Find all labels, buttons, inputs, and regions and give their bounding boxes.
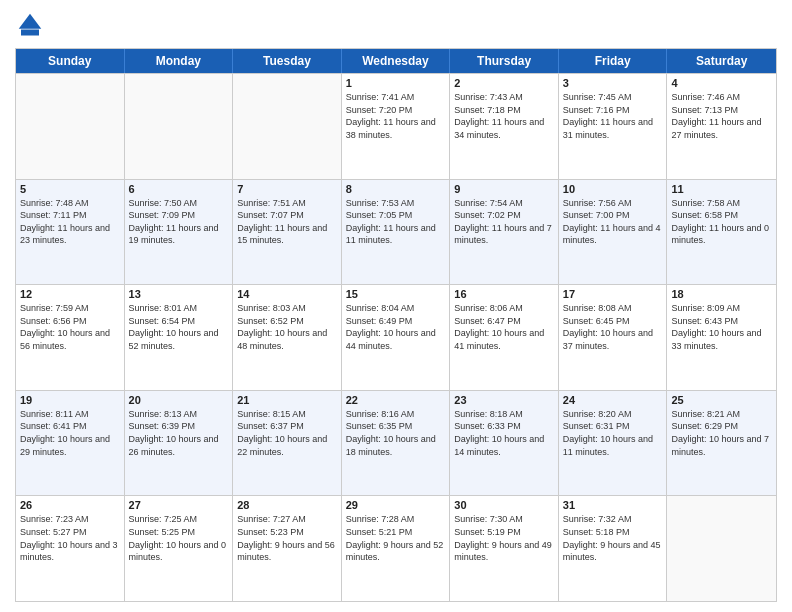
- day-cell-10: 10Sunrise: 7:56 AM Sunset: 7:00 PM Dayli…: [559, 180, 668, 285]
- day-number: 12: [20, 288, 120, 300]
- day-cell-9: 9Sunrise: 7:54 AM Sunset: 7:02 PM Daylig…: [450, 180, 559, 285]
- day-number: 13: [129, 288, 229, 300]
- day-cell-26: 26Sunrise: 7:23 AM Sunset: 5:27 PM Dayli…: [16, 496, 125, 601]
- day-number: 19: [20, 394, 120, 406]
- day-info: Sunrise: 8:20 AM Sunset: 6:31 PM Dayligh…: [563, 408, 663, 458]
- day-info: Sunrise: 7:25 AM Sunset: 5:25 PM Dayligh…: [129, 513, 229, 563]
- calendar-row: 5Sunrise: 7:48 AM Sunset: 7:11 PM Daylig…: [16, 179, 776, 285]
- day-info: Sunrise: 7:23 AM Sunset: 5:27 PM Dayligh…: [20, 513, 120, 563]
- page: SundayMondayTuesdayWednesdayThursdayFrid…: [0, 0, 792, 612]
- day-info: Sunrise: 7:41 AM Sunset: 7:20 PM Dayligh…: [346, 91, 446, 141]
- day-cell-17: 17Sunrise: 8:08 AM Sunset: 6:45 PM Dayli…: [559, 285, 668, 390]
- day-cell-7: 7Sunrise: 7:51 AM Sunset: 7:07 PM Daylig…: [233, 180, 342, 285]
- empty-cell: [667, 496, 776, 601]
- day-cell-13: 13Sunrise: 8:01 AM Sunset: 6:54 PM Dayli…: [125, 285, 234, 390]
- day-number: 16: [454, 288, 554, 300]
- day-cell-15: 15Sunrise: 8:04 AM Sunset: 6:49 PM Dayli…: [342, 285, 451, 390]
- day-number: 21: [237, 394, 337, 406]
- day-info: Sunrise: 8:04 AM Sunset: 6:49 PM Dayligh…: [346, 302, 446, 352]
- day-number: 30: [454, 499, 554, 511]
- day-number: 14: [237, 288, 337, 300]
- day-number: 27: [129, 499, 229, 511]
- day-number: 11: [671, 183, 772, 195]
- day-number: 8: [346, 183, 446, 195]
- calendar-body: 1Sunrise: 7:41 AM Sunset: 7:20 PM Daylig…: [16, 73, 776, 601]
- day-info: Sunrise: 8:03 AM Sunset: 6:52 PM Dayligh…: [237, 302, 337, 352]
- day-info: Sunrise: 7:32 AM Sunset: 5:18 PM Dayligh…: [563, 513, 663, 563]
- day-number: 2: [454, 77, 554, 89]
- day-number: 20: [129, 394, 229, 406]
- calendar-header: SundayMondayTuesdayWednesdayThursdayFrid…: [16, 49, 776, 73]
- day-info: Sunrise: 8:21 AM Sunset: 6:29 PM Dayligh…: [671, 408, 772, 458]
- day-info: Sunrise: 7:48 AM Sunset: 7:11 PM Dayligh…: [20, 197, 120, 247]
- logo-icon: [15, 10, 45, 40]
- day-cell-19: 19Sunrise: 8:11 AM Sunset: 6:41 PM Dayli…: [16, 391, 125, 496]
- day-number: 24: [563, 394, 663, 406]
- day-info: Sunrise: 8:09 AM Sunset: 6:43 PM Dayligh…: [671, 302, 772, 352]
- day-info: Sunrise: 7:56 AM Sunset: 7:00 PM Dayligh…: [563, 197, 663, 247]
- day-info: Sunrise: 7:27 AM Sunset: 5:23 PM Dayligh…: [237, 513, 337, 563]
- day-number: 7: [237, 183, 337, 195]
- day-info: Sunrise: 8:13 AM Sunset: 6:39 PM Dayligh…: [129, 408, 229, 458]
- day-number: 28: [237, 499, 337, 511]
- day-number: 31: [563, 499, 663, 511]
- day-number: 10: [563, 183, 663, 195]
- day-info: Sunrise: 7:45 AM Sunset: 7:16 PM Dayligh…: [563, 91, 663, 141]
- day-number: 3: [563, 77, 663, 89]
- day-cell-23: 23Sunrise: 8:18 AM Sunset: 6:33 PM Dayli…: [450, 391, 559, 496]
- day-info: Sunrise: 8:08 AM Sunset: 6:45 PM Dayligh…: [563, 302, 663, 352]
- day-info: Sunrise: 8:11 AM Sunset: 6:41 PM Dayligh…: [20, 408, 120, 458]
- day-number: 6: [129, 183, 229, 195]
- day-cell-21: 21Sunrise: 8:15 AM Sunset: 6:37 PM Dayli…: [233, 391, 342, 496]
- day-info: Sunrise: 8:06 AM Sunset: 6:47 PM Dayligh…: [454, 302, 554, 352]
- day-cell-6: 6Sunrise: 7:50 AM Sunset: 7:09 PM Daylig…: [125, 180, 234, 285]
- day-info: Sunrise: 7:53 AM Sunset: 7:05 PM Dayligh…: [346, 197, 446, 247]
- day-info: Sunrise: 8:18 AM Sunset: 6:33 PM Dayligh…: [454, 408, 554, 458]
- day-cell-1: 1Sunrise: 7:41 AM Sunset: 7:20 PM Daylig…: [342, 74, 451, 179]
- day-number: 26: [20, 499, 120, 511]
- day-number: 23: [454, 394, 554, 406]
- weekday-header-thursday: Thursday: [450, 49, 559, 73]
- day-cell-8: 8Sunrise: 7:53 AM Sunset: 7:05 PM Daylig…: [342, 180, 451, 285]
- day-cell-5: 5Sunrise: 7:48 AM Sunset: 7:11 PM Daylig…: [16, 180, 125, 285]
- day-number: 9: [454, 183, 554, 195]
- day-info: Sunrise: 7:51 AM Sunset: 7:07 PM Dayligh…: [237, 197, 337, 247]
- day-cell-4: 4Sunrise: 7:46 AM Sunset: 7:13 PM Daylig…: [667, 74, 776, 179]
- weekday-header-tuesday: Tuesday: [233, 49, 342, 73]
- day-cell-16: 16Sunrise: 8:06 AM Sunset: 6:47 PM Dayli…: [450, 285, 559, 390]
- day-number: 29: [346, 499, 446, 511]
- calendar-row: 1Sunrise: 7:41 AM Sunset: 7:20 PM Daylig…: [16, 73, 776, 179]
- day-cell-30: 30Sunrise: 7:30 AM Sunset: 5:19 PM Dayli…: [450, 496, 559, 601]
- day-number: 17: [563, 288, 663, 300]
- header: [15, 10, 777, 40]
- day-number: 1: [346, 77, 446, 89]
- day-info: Sunrise: 7:50 AM Sunset: 7:09 PM Dayligh…: [129, 197, 229, 247]
- day-number: 4: [671, 77, 772, 89]
- day-cell-31: 31Sunrise: 7:32 AM Sunset: 5:18 PM Dayli…: [559, 496, 668, 601]
- day-cell-2: 2Sunrise: 7:43 AM Sunset: 7:18 PM Daylig…: [450, 74, 559, 179]
- day-cell-3: 3Sunrise: 7:45 AM Sunset: 7:16 PM Daylig…: [559, 74, 668, 179]
- day-cell-20: 20Sunrise: 8:13 AM Sunset: 6:39 PM Dayli…: [125, 391, 234, 496]
- day-info: Sunrise: 7:28 AM Sunset: 5:21 PM Dayligh…: [346, 513, 446, 563]
- weekday-header-sunday: Sunday: [16, 49, 125, 73]
- day-cell-29: 29Sunrise: 7:28 AM Sunset: 5:21 PM Dayli…: [342, 496, 451, 601]
- day-info: Sunrise: 7:43 AM Sunset: 7:18 PM Dayligh…: [454, 91, 554, 141]
- day-cell-14: 14Sunrise: 8:03 AM Sunset: 6:52 PM Dayli…: [233, 285, 342, 390]
- calendar: SundayMondayTuesdayWednesdayThursdayFrid…: [15, 48, 777, 602]
- svg-rect-1: [21, 30, 39, 36]
- day-cell-11: 11Sunrise: 7:58 AM Sunset: 6:58 PM Dayli…: [667, 180, 776, 285]
- weekday-header-monday: Monday: [125, 49, 234, 73]
- day-info: Sunrise: 7:58 AM Sunset: 6:58 PM Dayligh…: [671, 197, 772, 247]
- day-cell-22: 22Sunrise: 8:16 AM Sunset: 6:35 PM Dayli…: [342, 391, 451, 496]
- day-cell-18: 18Sunrise: 8:09 AM Sunset: 6:43 PM Dayli…: [667, 285, 776, 390]
- day-cell-25: 25Sunrise: 8:21 AM Sunset: 6:29 PM Dayli…: [667, 391, 776, 496]
- day-info: Sunrise: 7:30 AM Sunset: 5:19 PM Dayligh…: [454, 513, 554, 563]
- day-cell-27: 27Sunrise: 7:25 AM Sunset: 5:25 PM Dayli…: [125, 496, 234, 601]
- day-info: Sunrise: 7:54 AM Sunset: 7:02 PM Dayligh…: [454, 197, 554, 247]
- calendar-row: 12Sunrise: 7:59 AM Sunset: 6:56 PM Dayli…: [16, 284, 776, 390]
- day-info: Sunrise: 7:59 AM Sunset: 6:56 PM Dayligh…: [20, 302, 120, 352]
- svg-marker-0: [19, 14, 42, 29]
- day-info: Sunrise: 8:01 AM Sunset: 6:54 PM Dayligh…: [129, 302, 229, 352]
- weekday-header-saturday: Saturday: [667, 49, 776, 73]
- empty-cell: [16, 74, 125, 179]
